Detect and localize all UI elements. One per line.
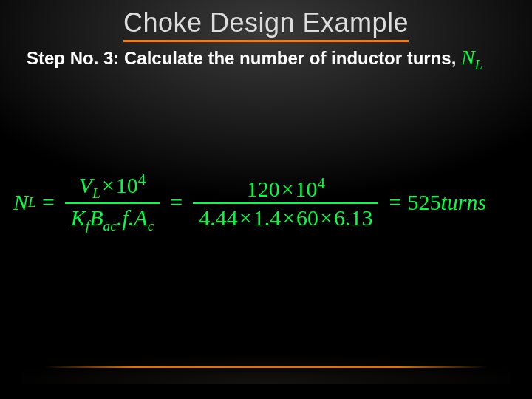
f2d-t1: × xyxy=(238,205,253,230)
bottom-accent-line xyxy=(44,366,488,368)
f1d-dotf: .f. xyxy=(117,205,134,230)
fraction-numeric: 120×104 4.44×1.4×60×6.13 xyxy=(193,174,378,231)
f1n-V: V xyxy=(79,173,92,197)
f1n-ten: 10 xyxy=(116,173,138,197)
f1n-times: × xyxy=(100,173,116,197)
result-unit: turns xyxy=(440,190,486,215)
f2n-exp: 4 xyxy=(318,174,326,192)
lhs-N: N xyxy=(13,190,28,215)
f2d-14: 1.4 xyxy=(253,205,282,230)
f1d-ac: ac xyxy=(103,218,117,233)
f2n-ten: 10 xyxy=(296,177,318,201)
nl-symbol: NL xyxy=(461,46,482,69)
result-value: 525 xyxy=(407,190,440,215)
bottom-glow xyxy=(22,340,510,384)
f2d-t2: × xyxy=(281,205,296,230)
step-text: Step No. 3: Calculate the number of indu… xyxy=(27,48,456,68)
lhs: NL xyxy=(13,190,36,215)
slide: Choke Design Example Step No. 3: Calcula… xyxy=(0,0,532,399)
f1d-K: K xyxy=(71,205,86,230)
slide-title: Choke Design Example xyxy=(0,7,532,42)
equals-3: = xyxy=(383,190,407,215)
title-text: Choke Design Example xyxy=(123,7,409,42)
f1d-B: B xyxy=(89,205,103,230)
f2d-t3: × xyxy=(318,205,334,230)
result: 525turns xyxy=(407,190,486,215)
frac2-den: 4.44×1.4×60×6.13 xyxy=(193,204,378,231)
fraction-symbolic: VL×104 KfBac.f.Ac xyxy=(65,170,160,236)
f2d-613: 6.13 xyxy=(334,205,373,230)
f1d-c: c xyxy=(148,218,154,233)
step-description: Step No. 3: Calculate the number of indu… xyxy=(27,44,505,73)
f1d-A: A xyxy=(134,205,147,230)
f2d-444: 4.44 xyxy=(199,205,238,230)
lhs-L: L xyxy=(28,194,36,211)
equals-2: = xyxy=(164,190,188,215)
frac2-num: 120×104 xyxy=(241,174,331,202)
equals-1: = xyxy=(36,190,61,215)
equation: NL = VL×104 KfBac.f.Ac = 120×104 4.44×1.… xyxy=(13,170,519,236)
f2n-120: 120 xyxy=(247,177,280,201)
nl-sub: L xyxy=(475,58,482,72)
f2d-60: 60 xyxy=(296,205,318,230)
nl-main: N xyxy=(461,46,475,69)
frac1-num: VL×104 xyxy=(73,170,152,202)
f1n-exp: 4 xyxy=(138,171,146,188)
f1n-L: L xyxy=(92,185,100,201)
frac1-den: KfBac.f.Ac xyxy=(65,204,160,235)
f2n-times: × xyxy=(280,177,296,201)
